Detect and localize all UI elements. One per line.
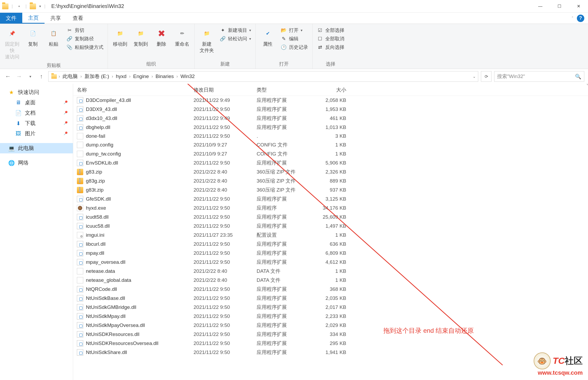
table-row[interactable]: mpay_oversea.dll2021/11/22 9:50应用程序扩展4,6… [73, 258, 588, 267]
delete-button[interactable]: ✖删除 [152, 26, 171, 60]
sidebar-this-pc[interactable]: 💻此电脑 [0, 143, 73, 153]
sidebar-downloads[interactable]: ⬇下载📍 [0, 118, 73, 128]
file-icon [77, 232, 83, 238]
nav-back-button[interactable]: ← [4, 72, 12, 81]
invert-selection-button[interactable]: ⇄反向选择 [315, 44, 346, 51]
search-input[interactable]: 搜索"Win32" 🔍 [494, 71, 584, 82]
table-row[interactable]: D3DX9_43.dll2021/11/22 9:50应用程序扩展1,953 K… [73, 105, 588, 114]
table-row[interactable]: NtUniSDKResources.dll2021/11/22 9:50应用程序… [73, 330, 588, 339]
col-date[interactable]: 修改日期 [194, 87, 257, 93]
address-bar[interactable]: › 此电脑› 新加卷 (E:)› hyxd› Engine› Binaries›… [48, 71, 478, 82]
move-to-icon: 📁 [114, 27, 126, 40]
sidebar-quick-access[interactable]: ★快速访问 [0, 87, 73, 97]
copy-path-button[interactable]: 🔗复制路径 [65, 35, 105, 42]
table-row[interactable]: NtQRCode.dll2021/11/22 9:50应用程序扩展368 KB [73, 285, 588, 294]
pin-to-quick-button[interactable]: 📌 固定到快 速访问 [3, 26, 22, 61]
tab-share[interactable]: 共享 [45, 13, 67, 24]
col-size[interactable]: 大小 [311, 87, 346, 93]
table-row[interactable]: libcurl.dll2021/11/22 9:50应用程序扩展636 KB [73, 240, 588, 249]
col-type[interactable]: 类型 [257, 87, 311, 93]
new-folder-button[interactable]: 📁新建 文件夹 [197, 26, 216, 60]
qat-dropdown[interactable]: ▾ [39, 4, 41, 8]
copy-to-button[interactable]: 📁复制到 [131, 26, 150, 60]
crumb-this-pc[interactable]: 此电脑 [61, 73, 79, 80]
table-row[interactable]: imgui.ini2021/11/27 23:35配置设置1 KB [73, 231, 588, 240]
table-row[interactable]: GfeSDK.dll2021/11/22 9:50应用程序扩展3,125 KB [73, 195, 588, 204]
refresh-button[interactable]: ⟳ [481, 71, 492, 82]
sidebar-pictures[interactable]: 🖼图片📍 [0, 128, 73, 139]
file-type: 应用程序扩展 [257, 214, 311, 221]
tab-home[interactable]: 主页 [22, 13, 45, 24]
new-item-button[interactable]: ✦新建项目▾ [218, 27, 253, 34]
file-icon [77, 340, 83, 347]
easy-access-button[interactable]: 🔗轻松访问▾ [218, 35, 253, 42]
table-row[interactable]: dbghelp.dll2021/11/22 9:50应用程序扩展1,013 KB [73, 123, 588, 132]
select-none-button[interactable]: ☐全部取消 [315, 35, 346, 42]
qat-folder-icon[interactable] [30, 3, 36, 10]
history-button[interactable]: 🕑历史记录 [279, 44, 310, 51]
select-all-button[interactable]: ☑全部选择 [315, 27, 346, 34]
table-row[interactable]: d3dx10_43.dll2021/11/22 9:49应用程序扩展461 KB [73, 114, 588, 123]
file-size: 636 KB [311, 241, 346, 247]
close-button[interactable]: ✕ [569, 0, 588, 13]
watermark: 🐵 TC社区 www.tcsqw.com [534, 352, 583, 376]
address-dropdown-icon[interactable]: ⌄ [473, 74, 476, 79]
table-row[interactable]: g83g.zip2021/2/22 8:40360压缩 ZIP 文件889 KB [73, 176, 588, 185]
maximize-button[interactable]: ☐ [550, 0, 569, 13]
system-menu-icon[interactable] [2, 3, 8, 10]
move-to-button[interactable]: 📁移动到 [111, 26, 130, 60]
table-row[interactable]: NtUniSDKResourcesOversea.dll2021/11/22 9… [73, 339, 588, 348]
table-row[interactable]: icuuc58.dll2021/11/22 9:50应用程序扩展1,497 KB [73, 222, 588, 231]
table-row[interactable]: dump.config2021/10/9 9:27CONFIG 文件1 KB [73, 140, 588, 149]
sidebar-desktop[interactable]: 🖥桌面📍 [0, 97, 73, 108]
nav-forward-button[interactable]: → [15, 72, 23, 81]
ribbon-collapse-icon[interactable]: ˆ [572, 16, 573, 20]
table-row[interactable]: NtUniSdkMpayOversea.dll2021/11/22 9:50应用… [73, 321, 588, 330]
table-row[interactable]: NtUniSdkGMBridge.dll2021/11/22 9:50应用程序扩… [73, 303, 588, 312]
nav-up-button[interactable]: ↑ [37, 72, 46, 81]
cut-button[interactable]: ✂剪切 [65, 27, 105, 34]
copy-path-icon: 🔗 [66, 36, 73, 42]
table-row[interactable]: NtUniSdkMpay.dll2021/11/22 9:50应用程序扩展2,2… [73, 312, 588, 321]
table-row[interactable]: netease_global.data2021/2/22 8:40DATA 文件… [73, 276, 588, 285]
table-row[interactable]: netease.data2021/2/22 8:40DATA 文件1 KB [73, 267, 588, 276]
nav-recent-button[interactable]: ▾ [26, 72, 34, 81]
crumb-binaries[interactable]: Binaries [154, 74, 175, 79]
file-name: NtUniSdkBase.dll [86, 295, 125, 301]
properties-button[interactable]: ✔属性 [258, 26, 277, 60]
file-size: 3 KB [311, 133, 346, 139]
table-row[interactable]: NtUniSdkBase.dll2021/11/22 9:50应用程序扩展2,0… [73, 294, 588, 303]
table-row[interactable]: EnvSDKLib.dll2021/11/22 9:50应用程序扩展5,906 … [73, 158, 588, 167]
table-row[interactable]: done-fail2021/11/22 9:50.3 KB [73, 132, 588, 140]
column-headers[interactable]: 名称 修改日期 类型 大小 [73, 84, 588, 96]
sidebar-network[interactable]: 🌐网络 [0, 158, 73, 168]
tab-file[interactable]: 文件 [0, 13, 22, 24]
crumb-win32[interactable]: Win32 [179, 74, 196, 79]
table-row[interactable]: mpay.dll2021/11/22 9:50应用程序扩展6,809 KB [73, 249, 588, 258]
minimize-button[interactable]: — [531, 0, 550, 13]
edit-button[interactable]: ✎编辑 [279, 35, 310, 42]
table-row[interactable]: NtUniSdkShare.dll2021/11/22 9:50应用程序扩展1,… [73, 348, 588, 357]
qat-properties-icon[interactable]: ▫ [16, 3, 22, 10]
help-icon[interactable]: ? [577, 15, 584, 22]
sidebar-documents[interactable]: 📄文档📍 [0, 108, 73, 118]
crumb-engine[interactable]: Engine [131, 74, 150, 79]
table-row[interactable]: dump_tw.config2021/10/9 9:27CONFIG 文件1 K… [73, 149, 588, 158]
paste-button[interactable]: 📋 粘贴 [44, 26, 63, 61]
file-icon [77, 277, 83, 283]
table-row[interactable]: g83t.zip2021/2/22 8:40360压缩 ZIP 文件937 KB [73, 185, 588, 195]
table-row[interactable]: D3DCompiler_43.dll2021/11/22 9:49应用程序扩展2… [73, 96, 588, 105]
open-button[interactable]: 📂打开▾ [279, 27, 310, 34]
copy-button[interactable]: 📄 复制 [23, 26, 42, 61]
crumb-drive[interactable]: 新加卷 (E:) [83, 73, 111, 80]
file-name: libcurl.dll [86, 241, 106, 247]
col-name[interactable]: 名称 [77, 87, 194, 93]
crumb-hyxd[interactable]: hyxd [114, 74, 128, 79]
table-row[interactable]: hyxd.exe2021/11/22 9:50应用程序34,176 KB [73, 204, 588, 213]
table-row[interactable]: icudt58.dll2021/11/22 9:50应用程序扩展25,609 K… [73, 213, 588, 222]
paste-shortcut-button[interactable]: 📎粘贴快捷方式 [65, 44, 105, 51]
tab-view[interactable]: 查看 [67, 13, 89, 24]
rename-button[interactable]: ✏重命名 [173, 26, 192, 60]
file-icon [77, 106, 83, 113]
table-row[interactable]: g83.zip2021/2/22 8:40360压缩 ZIP 文件2,326 K… [73, 167, 588, 176]
